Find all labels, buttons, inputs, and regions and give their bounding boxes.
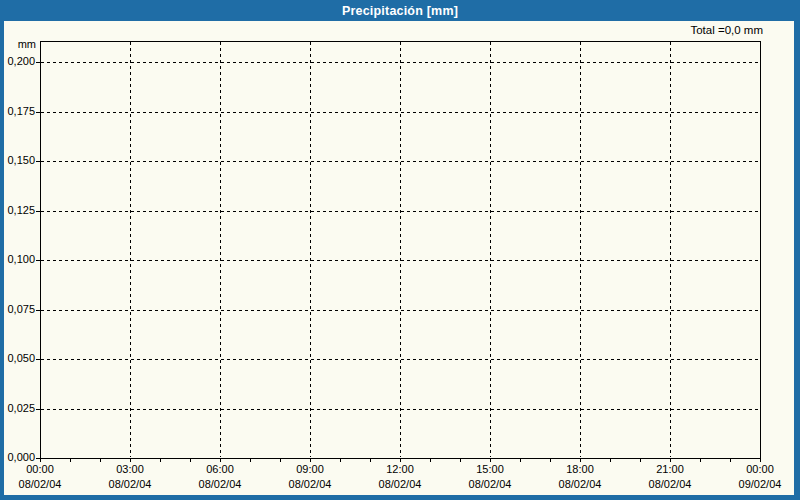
x-axis-tick <box>670 458 671 462</box>
x-axis-date-label: 08/02/04 <box>185 478 255 491</box>
x-axis-time-label: 15:00 <box>455 463 525 476</box>
x-axis-tick <box>730 458 731 462</box>
x-axis-tick <box>40 458 41 462</box>
y-axis-label: 0,175 <box>0 105 35 118</box>
x-axis-tick <box>250 458 251 462</box>
gridline-vertical <box>130 42 131 457</box>
gridline-vertical <box>310 42 311 457</box>
gridline-vertical <box>220 42 221 457</box>
gridline-vertical <box>670 42 671 457</box>
x-axis-date-label: 08/02/04 <box>635 478 705 491</box>
x-axis-tick <box>760 458 761 462</box>
x-axis-date-label: 08/02/04 <box>95 478 165 491</box>
x-axis-tick <box>610 458 611 462</box>
y-axis-label: 0,075 <box>0 303 35 316</box>
x-axis-tick <box>100 458 101 462</box>
x-axis-tick <box>190 458 191 462</box>
x-axis-time-label: 06:00 <box>185 463 255 476</box>
x-axis-tick <box>520 458 521 462</box>
x-axis-date-label: 08/02/04 <box>455 478 525 491</box>
chart-layer: Total =0,0 mm mm 0,2000,1750,1500,1250,1… <box>0 0 800 500</box>
y-axis-tick <box>36 260 40 261</box>
x-axis-date-label: 08/02/04 <box>545 478 615 491</box>
x-axis-tick <box>550 458 551 462</box>
x-axis-time-label: 21:00 <box>635 463 705 476</box>
x-axis-date-label: 08/02/04 <box>365 478 435 491</box>
x-axis-tick <box>490 458 491 462</box>
y-axis-tick <box>36 310 40 311</box>
x-axis-date-label: 09/02/04 <box>725 478 795 491</box>
x-axis-tick <box>310 458 311 462</box>
x-axis-tick <box>640 458 641 462</box>
x-axis-time-label: 00:00 <box>5 463 75 476</box>
x-axis-date-label: 08/02/04 <box>5 478 75 491</box>
x-axis-time-label: 12:00 <box>365 463 435 476</box>
x-axis-tick <box>430 458 431 462</box>
y-axis-label: 0,150 <box>0 154 35 167</box>
y-axis-label: 0,100 <box>0 253 35 266</box>
x-axis-time-label: 18:00 <box>545 463 615 476</box>
x-axis-tick <box>220 458 221 462</box>
total-annotation: Total =0,0 mm <box>690 24 763 36</box>
y-axis-tick <box>36 161 40 162</box>
y-axis-tick <box>36 112 40 113</box>
x-axis-tick <box>460 458 461 462</box>
y-axis-label: 0,125 <box>0 204 35 217</box>
gridline-vertical <box>490 42 491 457</box>
x-axis-tick <box>700 458 701 462</box>
x-axis-tick <box>130 458 131 462</box>
y-axis-tick <box>36 62 40 63</box>
y-axis-tick <box>36 359 40 360</box>
x-axis-time-label: 09:00 <box>275 463 345 476</box>
x-axis-tick <box>340 458 341 462</box>
x-axis-tick <box>400 458 401 462</box>
x-axis-tick <box>70 458 71 462</box>
x-axis-tick <box>580 458 581 462</box>
y-axis-tick <box>36 211 40 212</box>
x-axis-date-label: 08/02/04 <box>275 478 345 491</box>
x-axis-tick <box>160 458 161 462</box>
y-axis-unit-label: mm <box>0 38 36 50</box>
y-axis-tick <box>36 409 40 410</box>
gridline-vertical <box>580 42 581 457</box>
x-axis-time-label: 03:00 <box>95 463 165 476</box>
y-axis-label: 0,200 <box>0 55 35 68</box>
precipitation-chart-window: Precipitación [mm] Total =0,0 mm mm 0,20… <box>0 0 800 500</box>
x-axis-tick <box>280 458 281 462</box>
y-axis-label: 0,050 <box>0 352 35 365</box>
y-axis-label: 0,025 <box>0 402 35 415</box>
x-axis-tick <box>370 458 371 462</box>
x-axis-time-label: 00:00 <box>725 463 795 476</box>
gridline-vertical <box>400 42 401 457</box>
